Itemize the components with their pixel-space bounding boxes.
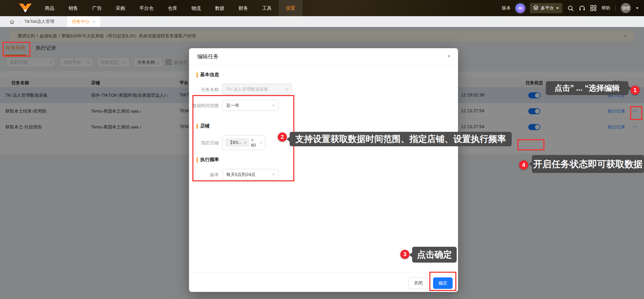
tab-task-center[interactable]: 任务中心 × xyxy=(67,16,100,27)
platform-switcher[interactable]: 多平台 xyxy=(530,3,562,13)
callout-tooltip-step4: 开启任务状态即可获取数据 xyxy=(532,155,644,173)
task-name-value: TK-达人管理数据采集 xyxy=(226,86,268,92)
nav-item-data[interactable]: 数据 xyxy=(208,0,232,16)
callout-text-step4: 开启任务状态即可获取数据 xyxy=(533,158,643,170)
modal-close-icon[interactable]: × xyxy=(447,53,451,60)
tab-close-icon[interactable]: × xyxy=(93,19,96,24)
nav-item-finance[interactable]: 财务 xyxy=(232,0,255,16)
nav-item-goods[interactable]: 商品 xyxy=(38,0,61,16)
nav-item-platform-warehouse[interactable]: 平台仓 xyxy=(132,0,161,16)
nav-right-cluster: 版本 AI 多平台 帮助 管理 xyxy=(502,3,644,13)
nav-item-sales[interactable]: 销售 xyxy=(61,0,85,16)
screen: 商品 销售 广告 采购 平台仓 仓库 物流 数据 财务 工具 设置 版本 AI … xyxy=(0,0,644,299)
annotation-box-confirm-button xyxy=(429,272,456,291)
section-basic-info-label: 基本信息 xyxy=(200,72,219,78)
page-tab-bar: TikTok达人管理 任务中心 × xyxy=(0,16,644,27)
step-badge-3: 3 xyxy=(400,250,409,259)
nav-item-warehouse[interactable]: 仓库 xyxy=(161,0,184,16)
version-link[interactable]: 版本 xyxy=(502,5,511,11)
chevron-down-icon xyxy=(285,87,289,90)
callout-text-step2: 支持设置获取数据时间范围、指定店铺、设置执行频率 xyxy=(295,133,506,145)
modal-title: 编辑任务 xyxy=(197,53,219,60)
annotation-box-row3-toggle xyxy=(517,139,544,150)
brand-logo-icon[interactable] xyxy=(18,3,32,13)
callout-text-step3: 点击确定 xyxy=(417,249,452,261)
tab-task-center-label: 任务中心 xyxy=(72,19,89,25)
tooltip-arrow-left xyxy=(287,137,290,142)
top-nav: 商品 销售 广告 采购 平台仓 仓库 物流 数据 财务 工具 设置 版本 AI … xyxy=(0,0,644,16)
chevron-down-icon xyxy=(556,7,559,9)
help-link[interactable]: 帮助 xyxy=(601,5,610,11)
nav-item-logistics[interactable]: 物流 xyxy=(184,0,208,16)
user-avatar[interactable]: 管理 xyxy=(621,3,631,13)
section-basic-info: 基本信息 xyxy=(196,72,219,78)
ai-assistant-button[interactable]: AI xyxy=(516,4,525,13)
nav-item-settings[interactable]: 设置 xyxy=(279,0,302,16)
headset-support-icon[interactable] xyxy=(579,5,585,11)
modal-header-divider xyxy=(189,64,458,64)
step-badge-2: 2 xyxy=(278,132,287,142)
step-badge-1: 1 xyxy=(630,86,640,95)
apps-grid-icon[interactable] xyxy=(590,5,596,11)
tab-bar-divider xyxy=(19,19,20,24)
task-name-label: 任务名称 xyxy=(191,87,219,93)
step-badge-4: 4 xyxy=(519,160,528,170)
nav-item-purchase[interactable]: 采购 xyxy=(109,0,132,16)
modal-footer-divider xyxy=(189,272,458,273)
tooltip-arrow-left xyxy=(529,161,532,167)
callout-text-step1: 点击” ... “选择编辑 xyxy=(555,83,620,93)
task-name-select: TK-达人管理数据采集 xyxy=(222,84,292,95)
breadcrumb[interactable]: TikTok达人管理 xyxy=(24,19,54,25)
nav-item-tools[interactable]: 工具 xyxy=(255,0,279,16)
user-menu-chevron-icon[interactable] xyxy=(636,7,639,9)
nav-divider xyxy=(615,5,616,11)
main-menu: 商品 销售 广告 采购 平台仓 仓库 物流 数据 财务 工具 设置 xyxy=(38,0,302,16)
callout-tooltip-step1: 点击” ... “选择编辑 xyxy=(546,81,628,95)
section-accent-bar xyxy=(196,72,198,78)
annotation-box-task-list-tab xyxy=(3,42,30,57)
tooltip-arrow-left xyxy=(409,252,412,258)
annotation-box-more-actions xyxy=(630,106,642,120)
close-button[interactable]: 关闭 xyxy=(408,277,428,289)
nav-item-ads[interactable]: 广告 xyxy=(85,0,109,16)
search-icon[interactable] xyxy=(567,5,574,11)
callout-tooltip-step3: 点击确定 xyxy=(412,247,457,263)
callout-tooltip-step2: 支持设置获取数据时间范围、指定店铺、设置执行频率 xyxy=(290,132,512,146)
home-icon[interactable] xyxy=(9,19,15,24)
layers-icon xyxy=(533,5,538,11)
platform-switcher-label: 多平台 xyxy=(541,5,554,11)
